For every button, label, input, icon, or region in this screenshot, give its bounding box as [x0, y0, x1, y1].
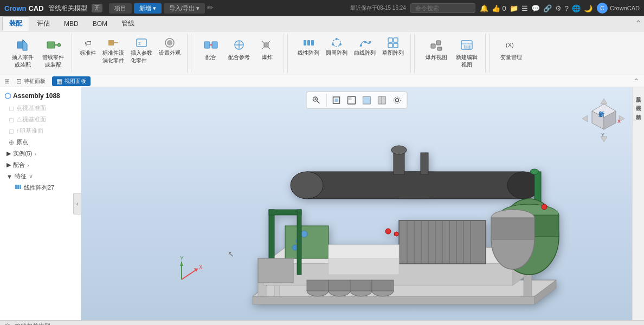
circular-array-icon	[331, 37, 343, 49]
like-icon[interactable]: 👍 0	[492, 4, 506, 12]
svg-point-110	[385, 229, 391, 234]
svg-point-32	[369, 41, 371, 43]
ribbon-tab-pipeline[interactable]: 管线	[115, 17, 141, 30]
tree-header: ⬡ Assembly 1088	[0, 89, 81, 102]
feature-panel-label: 特征面板	[24, 77, 46, 85]
tab-project[interactable]: 项目	[109, 3, 132, 14]
svg-rect-24	[307, 40, 310, 46]
explode-view-icon	[429, 37, 444, 53]
standard-flow-icon	[107, 37, 119, 49]
circular-array-btn[interactable]: 圆周阵列	[324, 36, 350, 58]
linear-array-btn[interactable]: 线性阵列	[295, 36, 321, 58]
insert-part-icon	[15, 37, 30, 53]
menu-icon[interactable]: ☰	[521, 4, 528, 12]
theme-toggle[interactable]: 🌙	[584, 4, 593, 12]
svg-text:Y: Y	[601, 132, 604, 138]
curve-array-btn[interactable]: 曲线阵列	[352, 36, 378, 58]
svg-rect-98	[307, 280, 329, 291]
svg-point-107	[292, 245, 298, 250]
search-input[interactable]	[410, 3, 475, 13]
explode-btn[interactable]: 爆炸	[255, 36, 279, 63]
standard-flow-btn[interactable]: 标准件流淌化零件	[100, 36, 126, 66]
svg-point-26	[333, 39, 340, 47]
tree-item-linear-pattern[interactable]: 线性阵列27	[0, 182, 81, 193]
rp-show-related[interactable]: 只显示关联	[634, 89, 643, 96]
tab-import-export[interactable]: 导入/导出 ▾	[164, 3, 205, 14]
svg-rect-114	[269, 210, 301, 215]
ribbon-collapse-icon[interactable]: ⌃	[635, 18, 642, 29]
svg-rect-44	[15, 185, 17, 189]
tree-item-features[interactable]: ▼ 特征 ∨	[0, 171, 81, 182]
tree-panel: ⬡ Assembly 1088 ◻ 点视基准面 ◻ △视基准面 ◻ ↑印基准面 …	[0, 87, 81, 196]
file-icon[interactable]: 📁	[510, 4, 518, 12]
view-cube[interactable]: X Y 新	[582, 96, 626, 139]
sep2	[287, 34, 288, 73]
insert-part-btn[interactable]: 插入零件或装配	[9, 36, 37, 70]
sep1	[191, 34, 191, 73]
ribbon-tab-bom[interactable]: BOM	[86, 18, 114, 30]
view-panel-label: 视图面板	[65, 77, 86, 85]
insert-pipeline-btn[interactable]: 管线零件或装配	[39, 36, 67, 70]
feature-panel-icon: ⊡	[16, 77, 22, 85]
app-title: 管线相关模型	[48, 4, 87, 13]
param-part-btn[interactable]: Σ 插入参数化零件	[128, 36, 154, 66]
chat-icon[interactable]: 💬	[531, 4, 540, 12]
origin-label: 原点	[16, 138, 28, 146]
features-label: 特征	[15, 172, 27, 180]
language-icon[interactable]: 🌐	[572, 4, 581, 12]
panel-collapse-handle[interactable]: ‹	[73, 193, 81, 214]
status-bar: ⬡ 管线相关模型	[0, 320, 644, 325]
features-expand-icon: ▼	[7, 173, 12, 180]
tree-item-instances[interactable]: ▶ 实例(5) ›	[0, 148, 81, 159]
svg-rect-3	[47, 42, 55, 48]
appearance-btn[interactable]: 设置外观	[157, 36, 183, 66]
right-plane-icon: ◻	[9, 127, 14, 135]
sketch-array-btn[interactable]: 草图阵列	[380, 36, 406, 58]
tree-item-mates[interactable]: ▶ 配合 ›	[0, 159, 81, 171]
assembly-icon: ⬡	[4, 92, 11, 100]
mate-ref-btn[interactable]: 配合参考	[225, 36, 253, 63]
app-logo: CrownCAD	[4, 4, 44, 12]
tab-new[interactable]: 新增 ▾	[134, 3, 162, 14]
ribbon-tab-mbd[interactable]: MBD	[57, 18, 85, 30]
front-plane-label: 点视基准面	[16, 104, 46, 112]
explode-view-label: 爆炸视图	[426, 54, 447, 61]
view-panel-tab[interactable]: ▦ 视图面板	[52, 76, 91, 86]
mates-expand-icon: ▶	[7, 161, 11, 168]
svg-rect-109	[329, 258, 399, 275]
explode-label: 爆炸	[262, 54, 273, 61]
new-edit-view-btn[interactable]: 新建 新建编辑视图	[453, 36, 481, 70]
curve-array-icon	[359, 37, 371, 49]
panel-collapse-btn[interactable]: ⌃	[633, 77, 640, 86]
statusbar-icon[interactable]: ⬡	[4, 322, 10, 325]
insert-buttons: 插入零件或装配 管线零件或装配	[9, 36, 67, 70]
notification-icon[interactable]: 🔔	[480, 4, 488, 12]
edit-icon[interactable]: ✏	[207, 3, 214, 14]
svg-rect-37	[431, 44, 435, 48]
ribbon-tab-assembly[interactable]: 装配	[2, 16, 29, 31]
feature-panel-tab[interactable]: ⊡ 特征面板	[12, 76, 50, 86]
svg-line-20	[268, 41, 271, 43]
tree-item-front-plane[interactable]: ◻ 点视基准面	[0, 102, 81, 114]
rp-material-list[interactable]: 材料清单	[634, 107, 643, 113]
help-icon[interactable]: ?	[565, 4, 569, 12]
tree-item-right-plane[interactable]: ◻ ↑印基准面	[0, 125, 81, 136]
explode-view-btn[interactable]: 爆炸视图	[422, 36, 450, 70]
tree-item-origin[interactable]: ⊕ 原点	[0, 136, 81, 148]
ribbon-tab-evaluate[interactable]: 评估	[30, 17, 56, 30]
share-icon[interactable]: 🔗	[543, 4, 552, 12]
mate-btn[interactable]: 配合	[199, 36, 223, 63]
rp-part-list[interactable]: 零件列表	[634, 98, 643, 105]
viewport[interactable]: ↖ X Y	[81, 87, 632, 320]
settings-icon[interactable]: ⚙	[555, 4, 562, 12]
svg-text:Σ: Σ	[138, 41, 141, 46]
svg-text:Y: Y	[180, 256, 184, 262]
avatar: C	[597, 3, 608, 14]
variable-manage-btn[interactable]: (X) 变量管理	[497, 36, 525, 63]
svg-marker-1	[23, 40, 27, 50]
tree-item-top-plane[interactable]: ◻ △视基准面	[0, 114, 81, 125]
panel-toggle-icon[interactable]: ⊞	[4, 77, 10, 85]
user-area[interactable]: C CrownCAD	[597, 3, 640, 14]
instance-arrow: ›	[34, 151, 36, 157]
standard-part-btn[interactable]: 🏷 标准件	[78, 36, 98, 66]
